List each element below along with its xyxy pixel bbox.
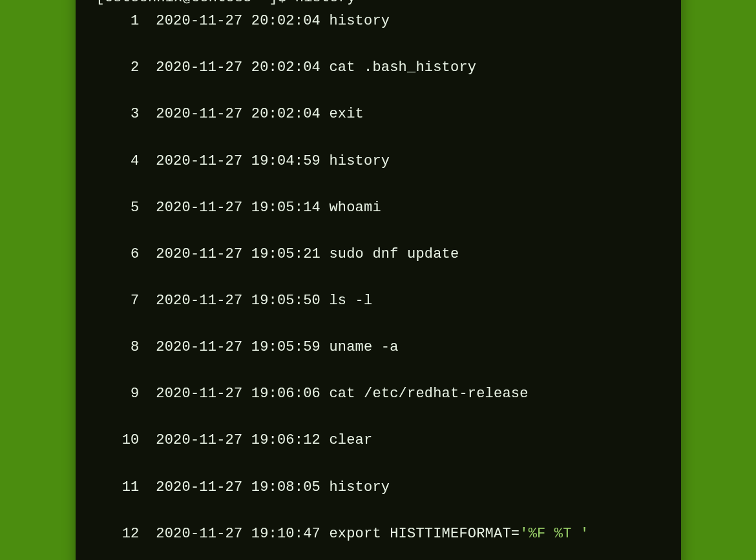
history-line: 6 2020-11-27 19:05:21 sudo dnf update: [96, 243, 660, 266]
history-line: 10 2020-11-27 19:06:12 clear: [96, 429, 660, 452]
history-command: history: [329, 13, 390, 29]
history-timestamp: 2020-11-27 19:05:59: [156, 339, 320, 355]
history-command: history: [329, 479, 390, 495]
history-line: 2 2020-11-27 20:02:04 cat .bash_history: [96, 56, 660, 79]
history-index: 5: [96, 196, 139, 220]
shell-prompt: [ostechnix@centos8 ~]$: [96, 0, 295, 6]
prompt-line: [ostechnix@centos8 ~]$ history: [96, 0, 356, 6]
terminal-body[interactable]: [ostechnix@centos8 ~]$ history 1 2020-11…: [96, 0, 660, 560]
history-timestamp: 2020-11-27 19:05:14: [156, 200, 320, 216]
history-timestamp: 2020-11-27 19:05:50: [156, 293, 320, 309]
history-line: 11 2020-11-27 19:08:05 history: [96, 476, 660, 499]
history-index: 10: [96, 429, 139, 452]
history-command: whoami: [329, 200, 381, 216]
history-command: export HISTTIMEFORMAT=: [329, 526, 520, 542]
history-line: 9 2020-11-27 19:06:06 cat /etc/redhat-re…: [96, 382, 660, 406]
history-timestamp: 2020-11-27 19:06:12: [156, 432, 320, 448]
history-line: 1 2020-11-27 20:02:04 history: [96, 10, 660, 33]
history-timestamp: 2020-11-27 19:04:59: [156, 153, 320, 169]
history-line: 5 2020-11-27 19:05:14 whoami: [96, 196, 660, 220]
history-index: 2: [96, 56, 139, 79]
history-line: 7 2020-11-27 19:05:50 ls -l: [96, 289, 660, 313]
history-index: 7: [96, 289, 139, 313]
history-quoted-string: '%F %T ': [520, 526, 589, 542]
history-command: history: [329, 153, 390, 169]
history-index: 11: [96, 476, 139, 499]
history-timestamp: 2020-11-27 19:10:47: [156, 526, 320, 542]
history-timestamp: 2020-11-27 20:02:04: [156, 59, 320, 76]
history-timestamp: 2020-11-27 19:08:05: [156, 479, 320, 495]
history-command: sudo dnf update: [329, 246, 459, 262]
history-timestamp: 2020-11-27 19:06:06: [156, 386, 320, 402]
history-command: cat .bash_history: [329, 59, 476, 76]
history-index: 3: [96, 103, 139, 126]
history-index: 12: [96, 523, 139, 546]
history-index: 6: [96, 243, 139, 266]
history-command: cat /etc/redhat-release: [329, 386, 528, 402]
history-index: 9: [96, 382, 139, 406]
history-command: uname -a: [329, 339, 398, 355]
history-command: exit: [329, 106, 364, 122]
typed-command: history: [295, 0, 356, 6]
history-line: 8 2020-11-27 19:05:59 uname -a: [96, 336, 660, 359]
history-index: 4: [96, 150, 139, 173]
history-index: 1: [96, 10, 139, 33]
history-line: 3 2020-11-27 20:02:04 exit: [96, 103, 660, 126]
history-command: ls -l: [329, 293, 372, 309]
terminal-window: [ostechnix@centos8 ~]$ history 1 2020-11…: [76, 0, 681, 560]
history-timestamp: 2020-11-27 19:05:21: [156, 246, 320, 262]
history-line: 12 2020-11-27 19:10:47 export HISTTIMEFO…: [96, 523, 660, 546]
history-timestamp: 2020-11-27 20:02:04: [156, 13, 320, 29]
history-line: 4 2020-11-27 19:04:59 history: [96, 150, 660, 173]
history-timestamp: 2020-11-27 20:02:04: [156, 106, 320, 122]
history-command: clear: [329, 432, 372, 448]
history-index: 8: [96, 336, 139, 359]
